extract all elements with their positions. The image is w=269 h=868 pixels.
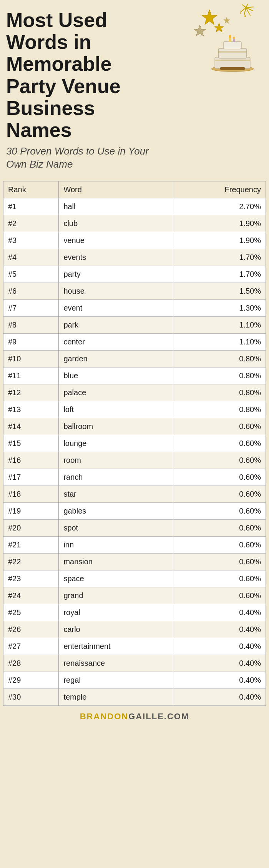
cell-rank: #16 (3, 452, 59, 469)
cell-rank: #23 (3, 570, 59, 587)
cell-rank: #2 (3, 215, 59, 232)
cell-frequency: 0.40% (173, 672, 266, 688)
cell-rank: #20 (3, 519, 59, 536)
cell-frequency: 0.80% (173, 401, 266, 418)
cell-rank: #15 (3, 435, 59, 452)
cell-word: spot (59, 519, 173, 536)
cell-rank: #27 (3, 638, 59, 655)
cell-frequency: 0.60% (173, 553, 266, 570)
cell-word: star (59, 486, 173, 502)
cell-rank: #19 (3, 502, 59, 519)
table-row: #4events1.70% (3, 249, 266, 266)
cell-word: events (59, 249, 173, 266)
cell-frequency: 0.80% (173, 367, 266, 384)
cell-word: carlo (59, 621, 173, 638)
cell-word: space (59, 570, 173, 587)
cell-frequency: 0.60% (173, 570, 266, 587)
svg-marker-12 (194, 25, 206, 36)
cell-frequency: 0.40% (173, 688, 266, 705)
footer-brand-part1: BRANDON (80, 712, 128, 721)
svg-point-24 (233, 37, 235, 39)
cell-rank: #25 (3, 604, 59, 621)
cell-rank: #21 (3, 536, 59, 553)
table-row: #22mansion0.60% (3, 553, 266, 570)
cell-rank: #4 (3, 249, 59, 266)
table-row: #8park1.10% (3, 316, 266, 333)
col-frequency: Frequency (173, 181, 266, 198)
table-row: #5party1.70% (3, 266, 266, 283)
table-row: #20spot0.60% (3, 519, 266, 536)
cell-word: palace (59, 384, 173, 401)
table-row: #19gables0.60% (3, 502, 266, 519)
words-table: Rank Word Frequency #1hall2.70%#2club1.9… (3, 181, 266, 706)
cell-rank: #13 (3, 401, 59, 418)
cell-rank: #29 (3, 672, 59, 688)
table-row: #6house1.50% (3, 283, 266, 299)
cell-frequency: 0.80% (173, 384, 266, 401)
cell-word: inn (59, 536, 173, 553)
footer-brand-text: BRANDONGAILLE.COM (80, 712, 189, 721)
table-row: #28renaissance0.40% (3, 655, 266, 672)
cell-word: hall (59, 198, 173, 215)
cell-word: ranch (59, 469, 173, 486)
cell-rank: #14 (3, 418, 59, 435)
cell-rank: #8 (3, 316, 59, 333)
cell-word: renaissance (59, 655, 173, 672)
table-row: #3venue1.90% (3, 232, 266, 249)
svg-rect-22 (233, 38, 235, 42)
cell-frequency: 1.50% (173, 283, 266, 299)
table-row: #2club1.90% (3, 215, 266, 232)
cell-rank: #12 (3, 384, 59, 401)
main-title: Most Used Words in Memorable Party Venue… (6, 9, 148, 141)
cell-rank: #28 (3, 655, 59, 672)
cell-frequency: 1.10% (173, 333, 266, 350)
cell-frequency: 0.60% (173, 418, 266, 435)
cell-rank: #5 (3, 266, 59, 283)
cell-frequency: 0.60% (173, 435, 266, 452)
cell-frequency: 1.90% (173, 232, 266, 249)
data-table-container: Rank Word Frequency #1hall2.70%#2club1.9… (3, 181, 266, 706)
cell-word: blue (59, 367, 173, 384)
svg-point-23 (229, 35, 231, 38)
svg-point-8 (244, 15, 246, 17)
table-row: #15lounge0.60% (3, 435, 266, 452)
table-row: #21inn0.60% (3, 536, 266, 553)
footer-brand-part2: GAILLE.COM (128, 712, 189, 721)
table-row: #1hall2.70% (3, 198, 266, 215)
footer: BRANDONGAILLE.COM (0, 706, 269, 727)
cell-frequency: 0.60% (173, 469, 266, 486)
col-rank: Rank (3, 181, 59, 198)
cell-frequency: 0.60% (173, 452, 266, 469)
cell-rank: #10 (3, 350, 59, 367)
cell-rank: #30 (3, 688, 59, 705)
cell-word: club (59, 215, 173, 232)
cell-frequency: 0.40% (173, 655, 266, 672)
header-section: Most Used Words in Memorable Party Venue… (0, 0, 269, 175)
cell-word: house (59, 283, 173, 299)
svg-rect-16 (215, 57, 250, 68)
cell-frequency: 1.30% (173, 299, 266, 316)
cell-frequency: 1.10% (173, 316, 266, 333)
cell-frequency: 0.40% (173, 638, 266, 655)
table-row: #16room0.60% (3, 452, 266, 469)
svg-rect-18 (224, 42, 241, 49)
cell-word: garden (59, 350, 173, 367)
cell-word: ballroom (59, 418, 173, 435)
svg-rect-20 (218, 51, 246, 53)
cell-word: room (59, 452, 173, 469)
cell-word: park (59, 316, 173, 333)
page-wrapper: Most Used Words in Memorable Party Venue… (0, 0, 269, 727)
cell-frequency: 0.60% (173, 486, 266, 502)
table-row: #18star0.60% (3, 486, 266, 502)
cell-frequency: 0.60% (173, 536, 266, 553)
cell-frequency: 1.70% (173, 249, 266, 266)
cell-frequency: 0.80% (173, 350, 266, 367)
cell-rank: #1 (3, 198, 59, 215)
table-row: #25royal0.40% (3, 604, 266, 621)
svg-rect-21 (229, 37, 231, 42)
cell-rank: #6 (3, 283, 59, 299)
cell-frequency: 0.60% (173, 587, 266, 604)
table-header-row: Rank Word Frequency (3, 181, 266, 198)
table-row: #30temple0.40% (3, 688, 266, 705)
cell-word: lounge (59, 435, 173, 452)
